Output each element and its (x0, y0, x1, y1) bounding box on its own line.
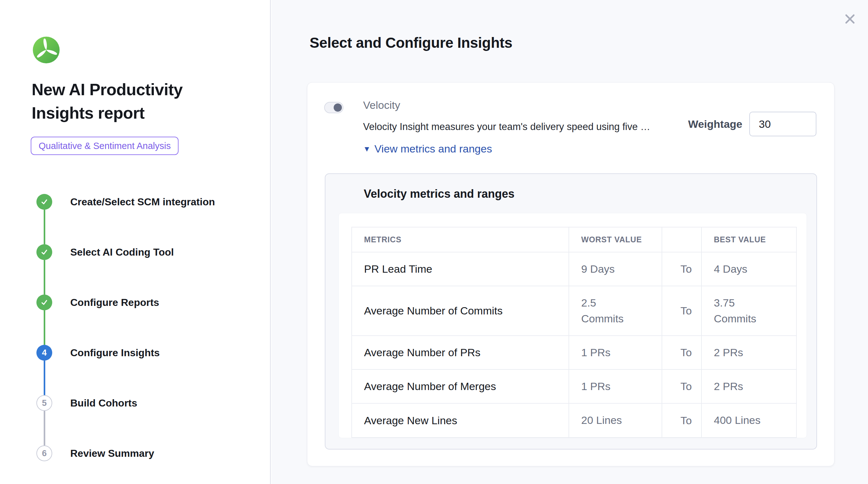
checkmark-icon (39, 247, 49, 257)
report-type-badge: Qualitative & Sentiment Analysis (31, 137, 179, 155)
to-cell: To (662, 286, 702, 336)
triangle-down-icon: ▼ (363, 145, 371, 153)
step-item[interactable]: 3 Configure Reports (36, 294, 245, 345)
step-label: Select AI Coding Tool (70, 244, 174, 260)
metric-cell: PR Lead Time (352, 252, 569, 286)
configure-insights-panel: Select and Configure Insights Velocity V… (271, 0, 868, 484)
table-row: Average Number of Merges1 PRsTo2 PRs (352, 369, 797, 404)
step-item[interactable]: 4 Configure Insights (36, 345, 245, 395)
table-header-cell: METRICS (352, 227, 569, 252)
step-connector (44, 411, 45, 445)
step-item[interactable]: 5 Build Cohorts (36, 395, 245, 445)
best-value-cell: 2 PRs (702, 369, 797, 404)
stepper: 1 Create/Select SCM integration 2 Select… (36, 194, 245, 461)
step-item[interactable]: 6 Review Summary (36, 445, 245, 461)
toggle-knob (334, 103, 342, 112)
report-title: New AI Productivity Insights report (32, 78, 234, 125)
worst-value-cell: 9 Days (569, 252, 662, 286)
table-row: Average Number of PRs1 PRsTo2 PRs (352, 336, 797, 369)
metrics-table-body: PR Lead Time9 DaysTo4 DaysAverage Number… (352, 252, 797, 438)
step-label: Configure Insights (70, 345, 160, 361)
metrics-section-title: Velocity metrics and ranges (364, 187, 515, 200)
table-header-cell: WORST VALUE (569, 227, 662, 252)
worst-value-cell: 1 PRs (569, 369, 662, 404)
step-circle: 1 (36, 194, 52, 210)
step-number: 4 (42, 348, 46, 358)
metric-cell: Average Number of Merges (352, 369, 569, 404)
new-report-wizard: New AI Productivity Insights report Qual… (0, 0, 868, 484)
worst-value-cell: 20 Lines (569, 404, 662, 437)
step-number: 6 (42, 449, 46, 458)
metrics-table-card: METRICSWORST VALUEBEST VALUE PR Lead Tim… (338, 213, 807, 438)
checkmark-icon (39, 298, 49, 307)
step-connector (44, 210, 45, 244)
step-label: Configure Reports (70, 294, 159, 310)
step-circle: 4 (36, 345, 52, 361)
panel-title: Select and Configure Insights (310, 34, 513, 51)
step-circle: 6 (36, 445, 52, 461)
table-row: Average Number of Commits2.5 CommitsTo3.… (352, 286, 797, 336)
table-header-cell: BEST VALUE (702, 227, 797, 252)
metrics-table-head: METRICSWORST VALUEBEST VALUE (352, 227, 797, 252)
metric-cell: Average Number of Commits (352, 286, 569, 336)
table-header-row: METRICSWORST VALUEBEST VALUE (352, 227, 797, 252)
propeller-logo-icon (32, 35, 61, 65)
insight-description: Velocity Insight measures your team's de… (363, 121, 650, 133)
metrics-table: METRICSWORST VALUEBEST VALUE PR Lead Tim… (351, 227, 797, 438)
view-metrics-link[interactable]: ▼ View metrics and ranges (363, 143, 492, 155)
weightage-label: Weightage (688, 118, 742, 130)
worst-value-cell: 2.5 Commits (569, 286, 662, 336)
close-x-icon (843, 12, 857, 26)
step-circle: 2 (36, 244, 52, 260)
best-value-cell: 4 Days (702, 252, 797, 286)
step-connector (44, 310, 45, 345)
velocity-toggle[interactable] (324, 102, 343, 113)
checkmark-icon (39, 197, 49, 206)
table-header-cell (662, 227, 702, 252)
insight-name: Velocity (363, 99, 400, 111)
step-circle: 3 (36, 294, 52, 310)
step-circle: 5 (36, 395, 52, 411)
to-cell: To (662, 252, 702, 286)
step-item[interactable]: 1 Create/Select SCM integration (36, 194, 245, 244)
step-label: Review Summary (70, 445, 154, 461)
velocity-insight-card: Velocity Velocity Insight measures your … (307, 82, 834, 466)
to-cell: To (662, 369, 702, 404)
step-label: Build Cohorts (70, 395, 137, 411)
table-row: Average New Lines20 LinesTo400 Lines (352, 404, 797, 437)
step-connector (44, 361, 45, 395)
wizard-sidebar: New AI Productivity Insights report Qual… (0, 0, 271, 484)
close-button[interactable] (841, 10, 859, 28)
weightage-row: Weightage (688, 112, 816, 136)
best-value-cell: 400 Lines (702, 404, 797, 437)
best-value-cell: 3.75 Commits (702, 286, 797, 336)
velocity-metrics-section: Velocity metrics and ranges METRICSWORST… (325, 173, 817, 450)
step-label: Create/Select SCM integration (70, 194, 215, 210)
metric-cell: Average New Lines (352, 404, 569, 437)
step-connector (44, 260, 45, 294)
view-metrics-link-label: View metrics and ranges (374, 143, 492, 155)
weightage-input[interactable] (749, 112, 816, 136)
step-item[interactable]: 2 Select AI Coding Tool (36, 244, 245, 294)
to-cell: To (662, 336, 702, 369)
metric-cell: Average Number of PRs (352, 336, 569, 369)
step-number: 5 (42, 398, 46, 408)
to-cell: To (662, 404, 702, 437)
worst-value-cell: 1 PRs (569, 336, 662, 369)
best-value-cell: 2 PRs (702, 336, 797, 369)
table-row: PR Lead Time9 DaysTo4 Days (352, 252, 797, 286)
